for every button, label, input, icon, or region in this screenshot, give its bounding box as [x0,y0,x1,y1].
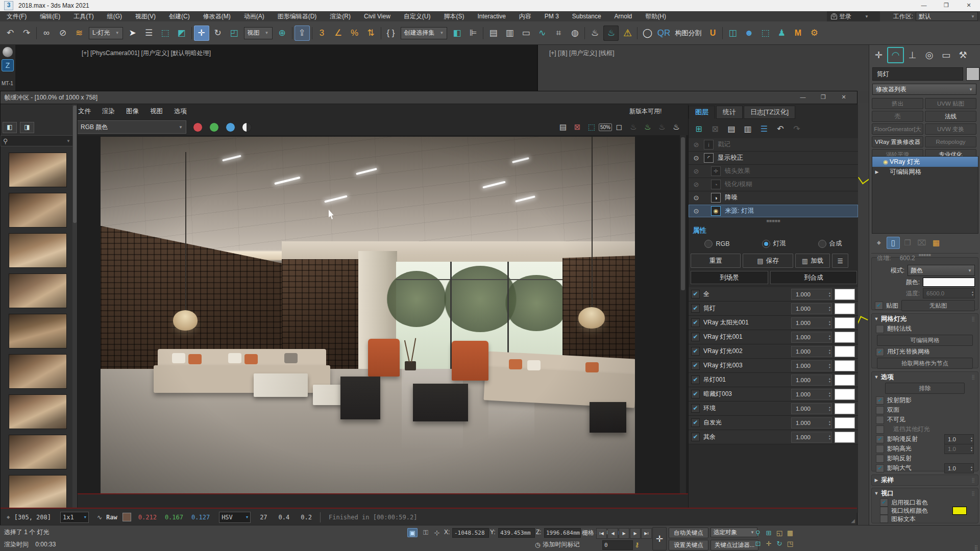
to-scene-button[interactable]: 到场景 [691,271,768,284]
option-checkbox[interactable]: ✔ [876,396,884,405]
select-object-icon[interactable]: ➤ [125,26,140,41]
lightmix-row-all[interactable]: ✔ 全 1.000 ▴▾ [689,287,858,302]
spinner[interactable]: ▴▾ [829,320,831,326]
lightmix-row-vray-light-003[interactable]: ✔ VRay 灯光003 1.000 ▴▾ [689,359,858,373]
spinner[interactable]: ▴▾ [971,436,973,442]
option-checkbox[interactable] [876,455,884,463]
menu-graph-editors[interactable]: 图形编辑器(D) [271,11,324,21]
lightmix-row-environment[interactable]: ✔ 环境 1.000 ▴▾ [689,402,858,416]
lightmix-row-vray-light-001[interactable]: ✔ VRay 灯光001 1.000 ▴▾ [689,330,858,344]
light-enabled-checkbox[interactable]: ✔ [691,347,700,356]
select-and-link-icon[interactable]: ∞ [39,26,54,41]
menu-file[interactable]: 文件(F) [0,11,33,21]
menu-tools[interactable]: 工具(T) [67,11,100,21]
window-crossing-icon[interactable]: ◩ [174,26,189,41]
modifier-floorgenerator[interactable]: FloorGenerator[大 [872,123,923,135]
lightmix-row-hidden-light-003[interactable]: ✔ 暗藏灯003 1.000 ▴▾ [689,387,858,402]
mesh-light-header[interactable]: ▼ 网格灯光 ⣿ [872,314,978,324]
tab-layers[interactable]: 图层 [689,106,715,119]
x-coordinate-field[interactable]: -1048.528 [452,528,489,538]
spinner[interactable]: ▴▾ [829,391,831,397]
exclude-button[interactable]: 排除 [885,383,965,394]
orbit-icon[interactable]: ↻ [774,538,785,548]
select-and-move-icon[interactable]: ✛ [194,26,209,41]
hierarchy-tab[interactable]: ⊥ [904,47,921,63]
pin-stack-icon[interactable]: ⌖ [872,237,886,249]
flip-normals-checkbox[interactable] [876,325,884,333]
toolbar-separator[interactable] [379,26,383,41]
tab-log[interactable]: 日志[TZ汉化] [744,106,795,119]
sampling-rollout[interactable]: ▶ 采样 ⣿ [871,474,978,486]
light-mode-dropdown[interactable]: 颜色▼ [908,265,975,276]
vfb-menu-options[interactable]: 选项 [174,107,187,116]
layer-lens-effects[interactable]: ⊘ ✛ 镜头效果 [689,165,858,178]
tab-stats[interactable]: 统计 [716,106,743,119]
layer-undo-icon[interactable]: ↶ [773,122,788,135]
option-checkbox[interactable] [880,515,888,523]
visibility-eye-icon[interactable]: ⊘ [689,167,704,175]
menu-interactive[interactable]: Interactive [471,11,512,21]
settings-gear-icon[interactable]: ⚙ [806,26,822,41]
modifier-retopology[interactable]: Retopology [925,136,976,147]
menu-substance[interactable]: Substance [566,11,608,21]
menu-civil-view[interactable]: Civil View [357,11,397,21]
layer-sharpen-blur[interactable]: ⊘ ◔ 锐化/模糊 [689,178,858,191]
isolate-selection-toggle[interactable]: ▣ [407,528,418,537]
render-history-thumbnail[interactable] [9,394,67,429]
delete-layer-icon[interactable]: ⊠ [707,122,723,135]
compare-b-button[interactable]: ◨ [20,122,34,133]
vray-vfb-icon[interactable]: ◫ [725,26,740,41]
modifier-extrude[interactable]: 挤出 [872,98,923,109]
menu-create[interactable]: 创建(C) [162,11,197,21]
light-color-swatch[interactable] [835,317,855,329]
go-to-start-button[interactable]: I◀ [596,528,607,539]
rollout-grip-icon[interactable]: ⣿ [971,374,975,380]
menu-modifiers[interactable]: 修改器(M) [197,11,237,21]
render-history-thumbnail[interactable] [9,273,67,308]
menu-pm3[interactable]: PM 3 [538,11,566,21]
region-render-icon[interactable]: ⬚ [585,120,598,134]
replace-mesh-row[interactable]: ✔ 用灯光替换网格 [876,347,974,357]
no-map-button[interactable]: 无贴图 [901,300,975,311]
civil-person-icon[interactable]: ♟ [774,26,789,41]
vfb-menu-image[interactable]: 图像 [126,107,139,116]
arnold-ring-icon[interactable]: ◯ [640,26,655,41]
toolbar-separator[interactable] [310,26,314,41]
viewport-wire-color-toggle[interactable]: 视口线框颜色 [880,507,974,515]
option-cast-shadows[interactable]: ✔ 投射阴影 ▴▾ [876,395,974,405]
redo-icon[interactable]: ↷ [19,26,34,41]
visibility-eye-icon[interactable]: ⊙ [689,207,704,215]
motion-tab[interactable]: ◎ [921,47,938,63]
light-multiplier-field[interactable]: 1.000 ▴▾ [791,389,832,400]
light-enabled-checkbox[interactable]: ✔ [691,361,700,370]
render-interactive-icon[interactable]: ♨ [655,120,669,134]
absolute-mode-icon[interactable]: ⊹ [432,528,442,537]
object-name-field[interactable]: 筒灯 [872,67,963,81]
visibility-eye-icon[interactable]: ⊘ [689,181,704,188]
menu-rendering[interactable]: 渲染(R) [323,11,357,21]
spinner[interactable]: ▴▾ [971,465,973,471]
clear-image-icon[interactable]: ⊠ [571,120,584,134]
render-history-thumbnail[interactable] [9,153,67,187]
vfb-titlebar[interactable]: 帧缓冲区 - [100.0% of 1000 x 758] — ❒ ✕ [1,91,857,104]
select-and-scale-icon[interactable]: ◰ [227,26,242,41]
menu-help[interactable]: 帮助(H) [639,11,673,21]
vfb-menu-file[interactable]: 文件 [78,107,91,116]
spinner[interactable]: ▴▾ [972,290,974,296]
render-last-icon[interactable]: ♨ [627,120,640,134]
stack-vray-light[interactable]: ◉ VRay 灯光 [872,157,978,167]
rollout-grip-icon[interactable]: ⣿ [971,491,975,496]
option-occlude-other-lights[interactable]: 遮挡其他灯光 ▴▾ [876,424,974,434]
make-unique-icon[interactable]: ❐ [901,237,914,249]
light-color-swatch[interactable] [835,346,855,357]
rollout-grip-icon[interactable]: ⣿ [971,316,975,321]
light-multiplier-field[interactable]: 1.000 ▴▾ [791,332,832,343]
image-vertical-scrollbar[interactable] [680,135,686,494]
menu-content[interactable]: 内容 [512,11,538,21]
menu-animation[interactable]: 动画(A) [237,11,271,21]
option-checkbox[interactable]: ✔ [880,498,888,507]
reference-coordinate-dropdown[interactable]: 视图▼ [244,27,273,39]
menu-scripting[interactable]: 脚本(S) [437,11,471,21]
utilities-tab[interactable]: ⚒ [954,47,971,63]
light-enabled-checkbox[interactable]: ✔ [691,404,700,413]
